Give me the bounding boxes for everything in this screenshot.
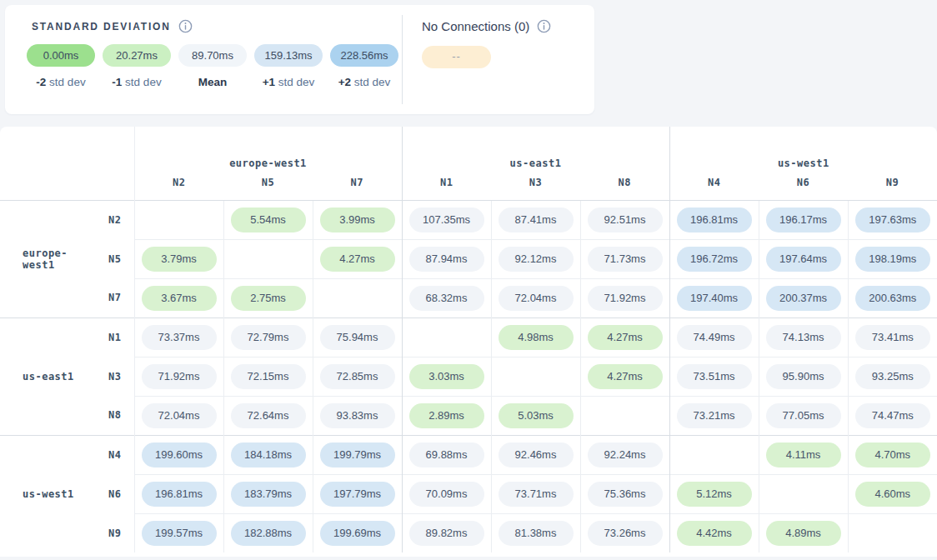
latency-pill[interactable]: 73.71ms <box>499 482 574 507</box>
latency-pill[interactable]: 92.24ms <box>588 442 663 468</box>
latency-pill[interactable]: 4.98ms <box>499 325 574 350</box>
latency-pill[interactable]: 72.04ms <box>499 286 574 311</box>
latency-pill[interactable]: 184.18ms <box>231 442 306 468</box>
latency-pill[interactable]: 74.13ms <box>766 325 841 350</box>
latency-cell: 2.89ms <box>402 396 491 435</box>
latency-pill[interactable]: 87.41ms <box>499 208 574 232</box>
latency-pill[interactable]: 3.99ms <box>320 208 395 232</box>
latency-cell: 72.15ms <box>223 357 313 396</box>
column-node-label: N2 <box>134 177 223 200</box>
latency-pill[interactable]: 68.32ms <box>409 286 484 311</box>
latency-pill[interactable]: 200.63ms <box>855 286 930 311</box>
latency-pill[interactable]: 200.37ms <box>766 286 841 311</box>
latency-pill[interactable]: 93.83ms <box>320 403 395 428</box>
legend-pill-plus2: 228.56ms <box>330 44 398 67</box>
latency-cell: 72.64ms <box>223 396 313 435</box>
latency-pill[interactable]: 71.92ms <box>142 364 217 389</box>
latency-pill[interactable]: 92.46ms <box>499 442 574 468</box>
table-row: N53.79ms4.27ms87.94ms92.12ms71.73ms196.7… <box>0 239 937 278</box>
latency-pill[interactable]: 74.47ms <box>855 403 930 428</box>
latency-pill[interactable]: 4.27ms <box>588 364 663 389</box>
latency-pill[interactable]: 5.54ms <box>231 208 306 232</box>
latency-pill[interactable]: 81.38ms <box>499 521 574 546</box>
latency-pill[interactable]: 199.79ms <box>320 442 395 468</box>
legend-pill-plus1: 159.13ms <box>254 44 323 67</box>
latency-pill[interactable]: 3.67ms <box>142 286 217 311</box>
latency-pill[interactable]: 72.79ms <box>231 325 306 350</box>
latency-pill[interactable]: 77.05ms <box>766 403 841 428</box>
latency-pill[interactable]: 4.42ms <box>677 521 752 546</box>
latency-pill[interactable]: 198.19ms <box>855 247 930 272</box>
latency-pill[interactable]: 87.94ms <box>409 247 484 272</box>
latency-pill[interactable]: 196.72ms <box>677 247 752 272</box>
legend-label-minus2: -2 std dev <box>27 76 95 88</box>
latency-pill[interactable]: 197.79ms <box>320 482 395 507</box>
latency-pill[interactable]: 182.88ms <box>231 521 306 546</box>
latency-pill[interactable]: 196.17ms <box>766 208 841 232</box>
latency-cell: 4.42ms <box>669 513 759 552</box>
latency-pill[interactable]: 71.92ms <box>588 286 663 311</box>
latency-pill[interactable]: 183.79ms <box>231 482 306 507</box>
latency-cell: 70.09ms <box>402 474 491 513</box>
latency-pill[interactable]: 69.88ms <box>409 442 484 468</box>
latency-pill[interactable]: 2.75ms <box>231 286 306 311</box>
legend-pill-mean: 89.70ms <box>178 44 247 67</box>
latency-pill[interactable]: 199.57ms <box>142 521 217 546</box>
latency-pill[interactable]: 5.03ms <box>499 403 574 428</box>
info-icon[interactable] <box>537 19 551 33</box>
latency-pill[interactable]: 72.15ms <box>231 364 306 389</box>
latency-pill[interactable]: 72.04ms <box>142 403 217 428</box>
latency-pill[interactable]: 75.94ms <box>320 325 395 350</box>
column-node-label: N1 <box>402 177 491 200</box>
latency-pill[interactable]: 73.51ms <box>677 364 752 389</box>
latency-pill[interactable]: 4.11ms <box>766 442 841 468</box>
latency-pill[interactable]: 72.85ms <box>320 364 395 389</box>
info-icon[interactable] <box>178 19 193 33</box>
latency-pill[interactable]: 75.36ms <box>588 482 663 507</box>
latency-pill[interactable]: 93.25ms <box>855 364 930 389</box>
latency-pill[interactable]: 92.12ms <box>499 247 574 272</box>
latency-cell: 5.54ms <box>223 200 313 239</box>
latency-pill[interactable]: 70.09ms <box>409 482 484 507</box>
latency-cell: 71.92ms <box>134 357 223 396</box>
latency-pill[interactable]: 107.35ms <box>409 208 484 232</box>
latency-cell: 184.18ms <box>223 435 313 474</box>
latency-pill[interactable]: 89.82ms <box>409 521 484 546</box>
latency-pill[interactable]: 4.89ms <box>766 521 841 546</box>
latency-pill[interactable]: 2.89ms <box>409 403 484 428</box>
latency-cell: 197.40ms <box>669 278 759 318</box>
latency-pill[interactable]: 199.60ms <box>142 442 217 468</box>
latency-pill[interactable]: 5.12ms <box>677 482 752 507</box>
latency-pill[interactable]: 95.90ms <box>766 364 841 389</box>
table-row: N872.04ms72.64ms93.83ms2.89ms5.03ms73.21… <box>0 396 937 435</box>
latency-pill[interactable]: 73.37ms <box>142 325 217 350</box>
latency-pill[interactable]: 73.41ms <box>855 325 930 350</box>
latency-pill[interactable]: 196.81ms <box>677 208 752 232</box>
latency-pill[interactable]: 197.63ms <box>855 208 930 232</box>
row-node-label: N8 <box>98 396 134 435</box>
latency-pill[interactable]: 4.27ms <box>320 247 395 272</box>
legend-label-mean: Mean <box>178 76 247 88</box>
latency-pill[interactable]: 72.64ms <box>231 403 306 428</box>
latency-pill[interactable]: 4.70ms <box>855 442 930 468</box>
latency-cell <box>313 278 402 318</box>
latency-pill[interactable]: 197.40ms <box>677 286 752 311</box>
latency-matrix: europe-west1us-east1us-west1N2N5N7N1N3N8… <box>0 127 937 552</box>
latency-cell: 196.81ms <box>134 474 223 513</box>
latency-pill[interactable]: 197.64ms <box>766 247 841 272</box>
latency-pill[interactable]: 71.73ms <box>588 247 663 272</box>
latency-pill[interactable]: 3.03ms <box>409 364 484 389</box>
latency-pill[interactable]: 196.81ms <box>142 482 217 507</box>
latency-pill[interactable]: 74.49ms <box>677 325 752 350</box>
table-row: us-east1N173.37ms72.79ms75.94ms4.98ms4.2… <box>0 318 937 357</box>
latency-pill[interactable]: 4.27ms <box>588 325 663 350</box>
latency-pill[interactable]: 199.69ms <box>320 521 395 546</box>
latency-pill[interactable]: 3.79ms <box>142 247 217 272</box>
latency-pill[interactable]: 73.21ms <box>677 403 752 428</box>
latency-pill[interactable]: 73.26ms <box>588 521 663 546</box>
latency-cell: 5.03ms <box>491 396 580 435</box>
latency-cell: 92.51ms <box>580 200 669 239</box>
table-row: N9199.57ms182.88ms199.69ms89.82ms81.38ms… <box>0 513 937 552</box>
latency-pill[interactable]: 92.51ms <box>588 208 663 232</box>
latency-pill[interactable]: 4.60ms <box>855 482 930 507</box>
